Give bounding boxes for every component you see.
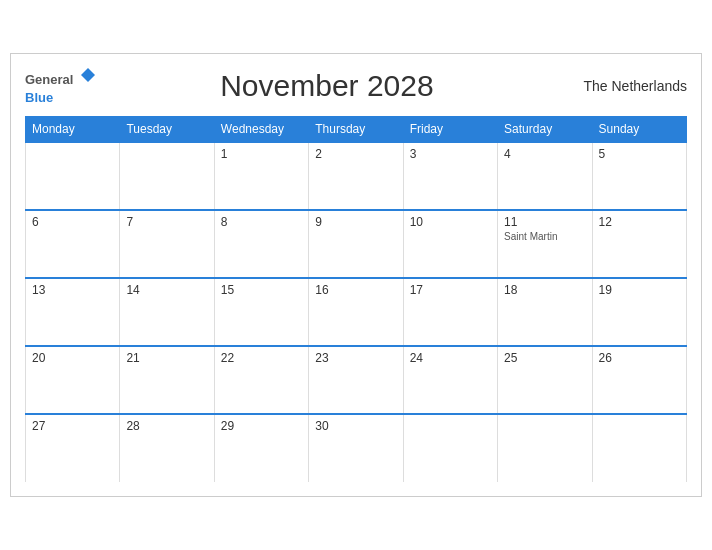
calendar-cell [403, 414, 497, 482]
weekday-header-row: MondayTuesdayWednesdayThursdayFridaySatu… [26, 117, 687, 143]
weekday-header-thursday: Thursday [309, 117, 403, 143]
day-number: 11 [504, 215, 585, 229]
weekday-header-friday: Friday [403, 117, 497, 143]
calendar-title: November 2028 [97, 69, 557, 103]
day-number: 20 [32, 351, 113, 365]
logo-flag-icon [79, 66, 97, 84]
calendar-cell: 25 [498, 346, 592, 414]
day-number: 16 [315, 283, 396, 297]
day-number: 1 [221, 147, 302, 161]
calendar-cell: 28 [120, 414, 214, 482]
calendar-cell: 22 [214, 346, 308, 414]
day-number: 12 [599, 215, 680, 229]
weekday-header-sunday: Sunday [592, 117, 686, 143]
day-number: 17 [410, 283, 491, 297]
calendar-table: MondayTuesdayWednesdayThursdayFridaySatu… [25, 116, 687, 482]
day-number: 10 [410, 215, 491, 229]
day-number: 25 [504, 351, 585, 365]
day-number: 9 [315, 215, 396, 229]
calendar-cell: 18 [498, 278, 592, 346]
day-number: 5 [599, 147, 680, 161]
calendar-container: General Blue November 2028 The Netherlan… [10, 53, 702, 497]
day-number: 23 [315, 351, 396, 365]
week-row-3: 13141516171819 [26, 278, 687, 346]
logo: General Blue [25, 66, 97, 106]
day-number: 19 [599, 283, 680, 297]
calendar-cell: 8 [214, 210, 308, 278]
week-row-2: 67891011Saint Martin12 [26, 210, 687, 278]
calendar-cell: 10 [403, 210, 497, 278]
calendar-cell: 1 [214, 142, 308, 210]
week-row-4: 20212223242526 [26, 346, 687, 414]
logo-general-text: General [25, 72, 73, 87]
calendar-cell [26, 142, 120, 210]
calendar-cell: 24 [403, 346, 497, 414]
day-number: 13 [32, 283, 113, 297]
day-number: 27 [32, 419, 113, 433]
calendar-cell [498, 414, 592, 482]
calendar-cell: 23 [309, 346, 403, 414]
calendar-cell: 15 [214, 278, 308, 346]
calendar-cell: 20 [26, 346, 120, 414]
weekday-header-saturday: Saturday [498, 117, 592, 143]
day-number: 4 [504, 147, 585, 161]
weekday-header-monday: Monday [26, 117, 120, 143]
calendar-cell: 5 [592, 142, 686, 210]
calendar-header: General Blue November 2028 The Netherlan… [25, 66, 687, 106]
calendar-cell: 9 [309, 210, 403, 278]
day-number: 14 [126, 283, 207, 297]
day-number: 7 [126, 215, 207, 229]
week-row-5: 27282930 [26, 414, 687, 482]
weekday-header-wednesday: Wednesday [214, 117, 308, 143]
day-number: 15 [221, 283, 302, 297]
day-number: 22 [221, 351, 302, 365]
calendar-cell: 6 [26, 210, 120, 278]
calendar-cell: 13 [26, 278, 120, 346]
weekday-header-tuesday: Tuesday [120, 117, 214, 143]
day-number: 26 [599, 351, 680, 365]
calendar-cell: 16 [309, 278, 403, 346]
calendar-cell: 21 [120, 346, 214, 414]
event-label: Saint Martin [504, 231, 585, 242]
day-number: 28 [126, 419, 207, 433]
day-number: 29 [221, 419, 302, 433]
day-number: 21 [126, 351, 207, 365]
calendar-country: The Netherlands [557, 78, 687, 94]
day-number: 8 [221, 215, 302, 229]
day-number: 3 [410, 147, 491, 161]
day-number: 18 [504, 283, 585, 297]
day-number: 6 [32, 215, 113, 229]
svg-marker-0 [81, 68, 95, 82]
calendar-cell: 26 [592, 346, 686, 414]
logo-blue-text: Blue [25, 90, 53, 105]
calendar-cell: 3 [403, 142, 497, 210]
calendar-cell: 4 [498, 142, 592, 210]
calendar-cell [592, 414, 686, 482]
day-number: 2 [315, 147, 396, 161]
week-row-1: 12345 [26, 142, 687, 210]
calendar-cell: 30 [309, 414, 403, 482]
calendar-cell: 14 [120, 278, 214, 346]
calendar-cell: 12 [592, 210, 686, 278]
calendar-cell: 11Saint Martin [498, 210, 592, 278]
day-number: 30 [315, 419, 396, 433]
calendar-cell: 17 [403, 278, 497, 346]
calendar-cell: 19 [592, 278, 686, 346]
calendar-cell: 7 [120, 210, 214, 278]
calendar-cell: 2 [309, 142, 403, 210]
calendar-cell: 29 [214, 414, 308, 482]
calendar-cell: 27 [26, 414, 120, 482]
calendar-cell [120, 142, 214, 210]
day-number: 24 [410, 351, 491, 365]
